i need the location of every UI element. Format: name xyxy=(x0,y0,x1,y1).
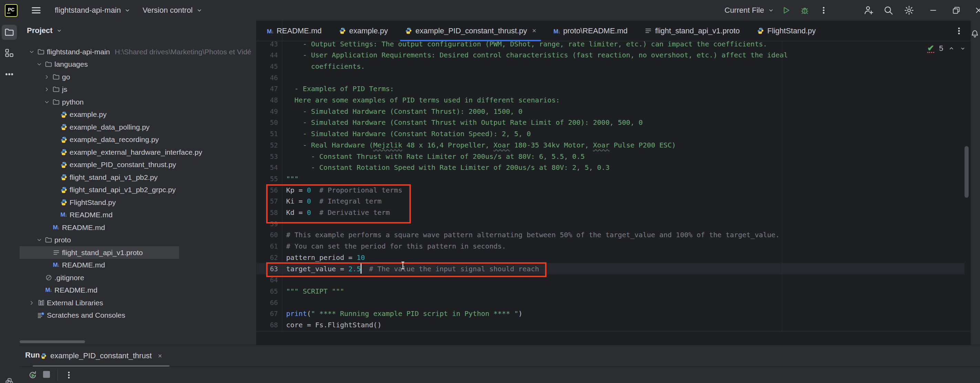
tree-item-scratches-and-consoles[interactable]: Scratches and Consoles xyxy=(20,309,256,322)
code-with-me-button[interactable] xyxy=(861,0,876,21)
line-number[interactable]: 48 xyxy=(256,96,278,104)
tree-item-example-data-recording-py[interactable]: example_data_recording.py xyxy=(20,133,256,146)
line-number[interactable]: 64 xyxy=(256,276,278,283)
code-line-49[interactable]: 49 - Simulated Hardware (Constant Thrust… xyxy=(256,106,964,117)
line-number[interactable]: 62 xyxy=(256,254,278,261)
tree-item-readme-md[interactable]: M↓README.md xyxy=(20,284,256,297)
tree-item-flightstand-api-main[interactable]: flightstand-api-mainH:\Shared drives\Mar… xyxy=(20,45,256,58)
chevron-down-icon[interactable] xyxy=(28,49,35,55)
code-line-47[interactable]: 47 - Examples of PID Terms: xyxy=(256,83,964,95)
code-line-61[interactable]: 61# You can set the period for this patt… xyxy=(256,241,964,252)
line-number[interactable]: 65 xyxy=(256,287,278,295)
chevron-down-icon[interactable] xyxy=(36,237,43,244)
code-line-66[interactable]: 66 xyxy=(256,297,964,308)
close-window-button[interactable] xyxy=(971,0,980,21)
tree-item-python[interactable]: python xyxy=(20,96,256,108)
tree-item-flight-stand-api-v1-pb2-grpc-py[interactable]: flight_stand_api_v1_pb2_grpc.py xyxy=(20,184,256,196)
project-tree-horizontal-scrollbar[interactable] xyxy=(20,340,85,343)
code-line-44[interactable]: 44 - User Application Requirements: Desi… xyxy=(256,49,964,61)
code-line-50[interactable]: 50 - Simulated Hardware (Constant Thrust… xyxy=(256,117,964,128)
code-line-62[interactable]: 62pattern_period = 10 xyxy=(256,252,964,263)
tree-item-go[interactable]: go xyxy=(20,70,256,83)
project-panel-header[interactable]: Project xyxy=(27,26,62,35)
tab-list-button[interactable] xyxy=(953,25,964,36)
tree-item-readme-md[interactable]: M↓README.md xyxy=(20,221,256,234)
line-number[interactable]: 49 xyxy=(256,108,278,115)
line-number[interactable]: 45 xyxy=(256,63,278,70)
tree-item--gitignore[interactable]: .gitignore xyxy=(20,271,256,284)
code-line-51[interactable]: 51 - Simulated Hardware (Constant Rotati… xyxy=(256,128,964,139)
tab-label: example.py xyxy=(349,27,388,35)
settings-button[interactable] xyxy=(902,0,916,21)
close-icon[interactable]: × xyxy=(532,27,536,35)
vcs-widget-menu[interactable]: Version control xyxy=(143,6,203,15)
run-tab[interactable]: example_PID_constant_thrust × xyxy=(33,345,169,367)
tree-item-js[interactable]: js xyxy=(20,83,256,96)
code-line-65[interactable]: 65""" SCRIPT """ xyxy=(256,285,964,297)
restore-window-button[interactable] xyxy=(949,0,964,21)
code-line-43[interactable]: 43 - Output Settings: The output configu… xyxy=(256,38,964,49)
chevron-right-icon[interactable] xyxy=(43,74,50,81)
tree-item-example-data-polling-py[interactable]: example_data_polling.py xyxy=(20,121,256,133)
more-run-options-button[interactable] xyxy=(816,0,831,21)
search-everywhere-button[interactable] xyxy=(881,0,896,21)
line-number[interactable]: 67 xyxy=(256,310,278,317)
chevron-right-icon[interactable] xyxy=(28,299,35,306)
code-line-67[interactable]: 67print(" **** Running example PID scrip… xyxy=(256,308,964,320)
tree-item-readme-md[interactable]: M↓README.md xyxy=(20,209,256,222)
run-configuration-selector[interactable]: Current File xyxy=(724,0,775,21)
close-icon[interactable]: × xyxy=(158,352,162,360)
python-console-tool-button[interactable] xyxy=(2,375,17,383)
line-number[interactable]: 43 xyxy=(256,40,278,48)
rerun-button[interactable] xyxy=(26,368,40,382)
proto-icon xyxy=(644,27,652,34)
editor-vertical-scrollbar[interactable] xyxy=(964,146,969,198)
code-line-46[interactable]: 46 xyxy=(256,72,964,83)
notifications-button[interactable] xyxy=(968,27,980,41)
chevron-right-icon[interactable] xyxy=(43,86,50,93)
line-number[interactable]: 46 xyxy=(256,74,278,81)
tree-item-readme-md[interactable]: M↓README.md xyxy=(20,259,256,272)
run-button[interactable] xyxy=(778,0,794,21)
tree-item-languages[interactable]: languages xyxy=(20,58,256,71)
project-widget-menu[interactable]: flightstand-api-main xyxy=(55,6,131,15)
line-number[interactable]: 68 xyxy=(256,321,278,329)
tree-item-example-external-hardware-interface-py[interactable]: example_external_hardware_interface.py xyxy=(20,146,256,158)
line-number[interactable]: 44 xyxy=(256,51,278,59)
line-number[interactable]: 47 xyxy=(256,85,278,92)
code-line-54[interactable]: 54 - Constant Rotation Speed with Rate L… xyxy=(256,162,964,173)
code-line-48[interactable]: 48 Here are some examples of PID terms u… xyxy=(256,95,964,106)
more-tool-windows-button[interactable] xyxy=(2,67,17,82)
code-line-52[interactable]: 52 - Real Hardware (Mejzlik 48 x 16,4 Pr… xyxy=(256,139,964,150)
line-number[interactable]: 51 xyxy=(256,130,278,138)
line-number[interactable]: 66 xyxy=(256,299,278,306)
line-number[interactable]: 50 xyxy=(256,119,278,126)
line-number[interactable]: 52 xyxy=(256,141,278,149)
line-number[interactable]: 55 xyxy=(256,175,278,182)
code-line-68[interactable]: 68core = Fs.FlightStand() xyxy=(256,320,964,331)
code-line-45[interactable]: 45 coefficients. xyxy=(256,60,964,72)
tree-item-external-libraries[interactable]: External Libraries xyxy=(20,296,256,309)
line-number[interactable]: 60 xyxy=(256,231,278,239)
tree-item-example-py[interactable]: example.py xyxy=(20,108,256,121)
line-number[interactable]: 53 xyxy=(256,153,278,160)
debug-button[interactable] xyxy=(797,0,812,21)
line-number[interactable]: 61 xyxy=(256,242,278,250)
tree-item-example-pid-constant-thrust-py[interactable]: example_PID_constant_thrust.py xyxy=(20,158,256,171)
run-more-options-button[interactable] xyxy=(62,368,76,382)
structure-tool-button[interactable] xyxy=(2,45,17,60)
code-line-55[interactable]: 55""" xyxy=(256,173,964,184)
stop-button[interactable] xyxy=(40,368,53,382)
chevron-down-icon[interactable] xyxy=(43,99,50,106)
code-line-53[interactable]: 53 - Constant Thrust with Rate Limiter o… xyxy=(256,150,964,162)
chevron-down-icon[interactable] xyxy=(36,61,43,68)
tree-item-flight-stand-api-v1-pb2-py[interactable]: flight_stand_api_v1_pb2.py xyxy=(20,171,256,184)
tree-item-proto[interactable]: proto xyxy=(20,234,256,247)
project-tool-button[interactable] xyxy=(2,25,17,40)
tree-item-flight-stand-api-v1-proto[interactable]: flight_stand_api_v1.proto xyxy=(20,246,256,259)
code-line-60[interactable]: 60# This example performs a square wave … xyxy=(256,229,964,241)
line-number[interactable]: 54 xyxy=(256,164,278,171)
main-menu-button[interactable] xyxy=(29,3,43,17)
minimize-window-button[interactable] xyxy=(926,0,941,21)
tree-item-flightstand-py[interactable]: FlightStand.py xyxy=(20,196,256,209)
